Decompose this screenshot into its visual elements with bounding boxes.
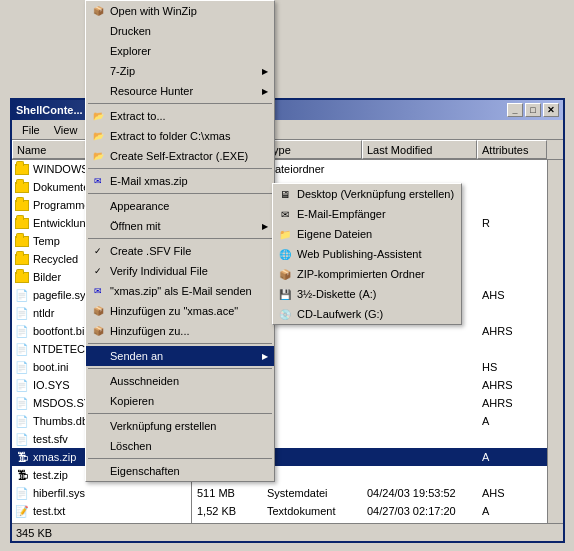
file-icon: 📄 [14,323,30,339]
context-menu-sendto: 🖥 Desktop (Verknüpfung erstellen) ✉ E-Ma… [272,183,462,325]
cm-extract-folder[interactable]: 📂 Extract to folder C:\xmas [86,126,274,146]
sfx-icon: 📂 [90,148,106,164]
file-icon: 📄 [14,485,30,501]
table-row: 1,52 KBTextdokument04/27/03 02:17:20A [192,502,547,520]
cm-7zip[interactable]: 7-Zip ▶ [86,61,274,81]
folder-icon [14,233,30,249]
col-header-attr[interactable]: Attributes [477,140,547,159]
file-icon: 📄 [14,431,30,447]
col-header-type[interactable]: Type [262,140,362,159]
list-item[interactable]: 📝 test.txt [12,502,191,520]
folder-icon [14,269,30,285]
maximize-button[interactable]: □ [525,103,541,117]
separator [88,103,272,104]
file-icon: 📄 [14,395,30,411]
cm-resource-hunter[interactable]: Resource Hunter ▶ [86,81,274,101]
ace-icon: 📦 [90,303,106,319]
sfv-icon: ✓ [90,243,106,259]
web-icon: 🌐 [277,246,293,262]
folder-icon [14,215,30,231]
col-header-modified[interactable]: Last Modified [362,140,477,159]
cm-cd-drive[interactable]: 💿 CD-Laufwerk (G:) [273,304,461,324]
separator [88,238,272,239]
scrollbar[interactable] [547,160,563,530]
folder-icon [14,197,30,213]
desktop-icon: 🖥 [277,186,293,202]
cm-create-shortcut[interactable]: Verknüpfung erstellen [86,416,274,436]
window-title: ShellConte... [16,104,83,116]
cm-print[interactable]: Drucken [86,21,274,41]
mail-icon: ✉ [90,173,106,189]
file-icon: 📄 [14,305,30,321]
cm-zip-folder[interactable]: 📦 ZIP-komprimierten Ordner [273,264,461,284]
list-item[interactable]: 📄 hiberfil.sys [12,484,191,502]
cm-web-publish[interactable]: 🌐 Web Publishing-Assistent [273,244,461,264]
cm-add-ace[interactable]: 📦 Hinzufügen zu "xmas.ace" [86,301,274,321]
cm-email-zip[interactable]: ✉ E-Mail xmas.zip [86,171,274,191]
cm-email-as[interactable]: ✉ "xmas.zip" als E-Mail senden [86,281,274,301]
submenu-arrow: ▶ [262,222,268,231]
email-icon: ✉ [277,206,293,222]
cm-create-sfv[interactable]: ✓ Create .SFV File [86,241,274,261]
file-icon: 📄 [14,377,30,393]
close-button[interactable]: ✕ [543,103,559,117]
extract-icon: 📂 [90,108,106,124]
cm-send-to[interactable]: Senden an ▶ [86,346,274,366]
cm-my-documents[interactable]: 📁 Eigene Dateien [273,224,461,244]
folder-icon [14,251,30,267]
separator [88,193,272,194]
cm-email-recipient[interactable]: ✉ E-Mail-Empfänger [273,204,461,224]
verify-icon: ✓ [90,263,106,279]
cm-floppy[interactable]: 💾 3½-Diskette (A:) [273,284,461,304]
separator [88,458,272,459]
minimize-button[interactable]: _ [507,103,523,117]
submenu-arrow: ▶ [262,352,268,361]
zip-folder-icon: 📦 [277,266,293,282]
table-row: 511 MBSystemdatei04/24/03 19:53:52AHS [192,484,547,502]
separator [88,413,272,414]
cm-properties[interactable]: Eigenschaften [86,461,274,481]
status-bar: 345 KB [12,523,563,541]
file-icon: 📄 [14,359,30,375]
status-text: 345 KB [16,527,52,539]
cm-copy[interactable]: Kopieren [86,391,274,411]
separator [88,368,272,369]
file-icon: 📄 [14,413,30,429]
cm-verify[interactable]: ✓ Verify Individual File [86,261,274,281]
cm-cut[interactable]: Ausschneiden [86,371,274,391]
extract-icon: 📂 [90,128,106,144]
cm-explorer[interactable]: Explorer [86,41,274,61]
menu-view[interactable]: View [48,122,84,138]
submenu-arrow: ▶ [262,67,268,76]
file-icon: 📄 [14,287,30,303]
cm-open-winzip[interactable]: 📦 Open with WinZip [86,1,274,21]
cm-open-with[interactable]: Öffnen mit ▶ [86,216,274,236]
separator [88,343,272,344]
cm-extract-to[interactable]: 📂 Extract to... [86,106,274,126]
floppy-icon: 💾 [277,286,293,302]
folder-icon [14,161,30,177]
cm-add-to[interactable]: 📦 Hinzufügen zu... [86,321,274,341]
cm-desktop[interactable]: 🖥 Desktop (Verknüpfung erstellen) [273,184,461,204]
cm-delete[interactable]: Löschen [86,436,274,456]
title-bar-buttons: _ □ ✕ [507,103,559,117]
folder-icon [14,179,30,195]
winzip-icon: 📦 [90,3,106,19]
zip-icon: 🗜 [14,467,30,483]
menu-file[interactable]: File [16,122,46,138]
cm-appearance[interactable]: Appearance [86,196,274,216]
zip-icon: 🗜 [14,449,30,465]
separator [88,168,272,169]
folder-icon: 📁 [277,226,293,242]
txt-icon: 📝 [14,503,30,519]
file-icon: 📄 [14,341,30,357]
cd-icon: 💿 [277,306,293,322]
mail-icon: ✉ [90,283,106,299]
cm-create-sfx[interactable]: 📂 Create Self-Extractor (.EXE) [86,146,274,166]
context-menu-main: 📦 Open with WinZip Drucken Explorer 7-Zi… [85,0,275,482]
submenu-arrow: ▶ [262,87,268,96]
add-icon: 📦 [90,323,106,339]
